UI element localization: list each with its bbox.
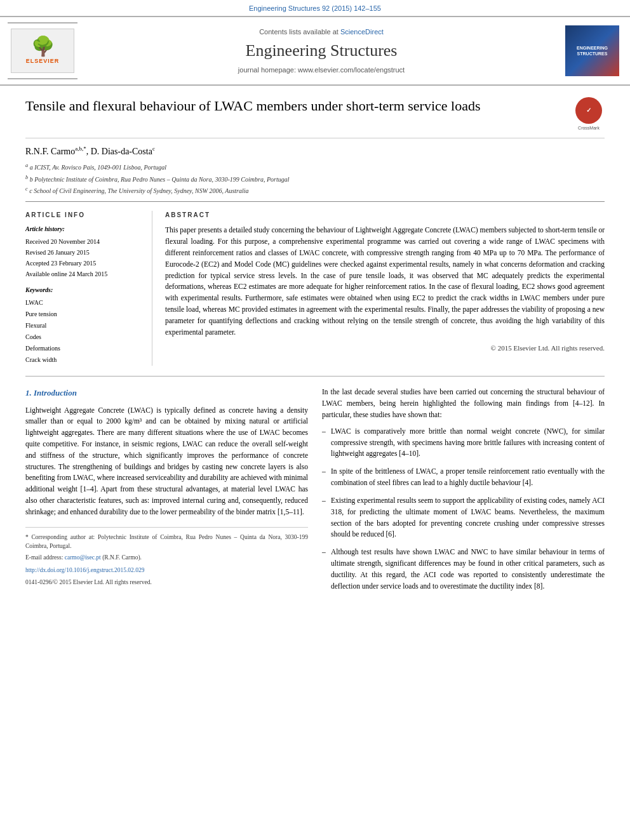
science-direct-link[interactable]: ScienceDirect — [340, 28, 384, 36]
affiliation-a: a a ICIST, Av. Rovisco Pais, 1049-001 Li… — [25, 161, 605, 173]
copyright-line: © 2015 Elsevier Ltd. All rights reserved… — [165, 343, 605, 353]
article-info-column: ARTICLE INFO Article history: Received 2… — [25, 211, 152, 366]
available-date: Available online 24 March 2015 — [25, 269, 142, 279]
section1-heading: 1. Introduction — [25, 387, 308, 399]
article-dates: Received 20 November 2014 Revised 26 Jan… — [25, 236, 142, 279]
crossmark-container: ✓ CrossMark — [573, 97, 605, 131]
affiliation-b: b b Polytechnic Institute of Coimbra, Ru… — [25, 173, 605, 185]
journal-title: Engineering Structures — [84, 39, 559, 62]
finding-4: Although test results have shown LWAC an… — [322, 547, 605, 592]
journal-logo-right: ENGINEERING STRUCTURES — [565, 25, 622, 76]
keyword-5: Deformations — [25, 343, 142, 354]
finding-3: Existing experimental results seem to su… — [322, 495, 605, 540]
article-info-heading: ARTICLE INFO — [25, 211, 142, 220]
section1-paragraph1: Lightweight Aggregate Concrete (LWAC) is… — [25, 405, 308, 518]
keywords-list: LWAC Pure tension Flexural Codes Deforma… — [25, 297, 142, 366]
footnote-section: * Corresponding author at: Polytechnic I… — [25, 527, 308, 587]
keywords-label: Keywords: — [25, 286, 142, 295]
journal-header: 🌳 ELSEVIER Contents lists available at S… — [0, 16, 630, 86]
paper-title: Tensile and flexural behaviour of LWAC m… — [25, 97, 573, 116]
eng-struct-logo-text: ENGINEERING STRUCTURES — [568, 45, 617, 58]
affiliation-c: c c School of Civil Engineering, The Uni… — [25, 185, 605, 196]
doi-link[interactable]: http://dx.doi.org/10.1016/j.engstruct.20… — [25, 567, 144, 573]
finding-2: In spite of the brittleness of LWAC, a p… — [322, 466, 605, 489]
section-divider — [25, 376, 605, 377]
authors-line: R.N.F. Carmoa,b,*, D. Dias-da-Costac — [25, 145, 605, 157]
email-name-note: (R.N.F. Carmo). — [102, 554, 142, 561]
author1-sup: a,b,* — [75, 145, 86, 152]
article-info-abstract-section: ARTICLE INFO Article history: Received 2… — [25, 201, 605, 366]
journal-reference: Engineering Structures 92 (2015) 142–155 — [0, 0, 630, 16]
body-left-column: 1. Introduction Lightweight Aggregate Co… — [25, 387, 308, 598]
authors-section: R.N.F. Carmoa,b,*, D. Dias-da-Costac a a… — [25, 138, 605, 201]
author2-name: , D. Dias-da-Costa — [86, 147, 152, 156]
journal-ref-text: Engineering Structures 92 (2015) 142–155 — [249, 4, 381, 12]
abstract-text: This paper presents a detailed study con… — [165, 225, 605, 338]
revised-date: Revised 26 January 2015 — [25, 247, 142, 258]
keyword-1: LWAC — [25, 297, 142, 309]
finding-1: LWAC is comparatively more brittle than … — [322, 426, 605, 460]
elsevier-logo-image: 🌳 ELSEVIER — [11, 29, 74, 73]
article-history-label: Article history: — [25, 225, 142, 234]
author2-sup: c — [152, 145, 155, 152]
homepage-text: journal homepage: www.elsevier.com/locat… — [238, 66, 405, 74]
email-label: E-mail address: — [25, 554, 63, 561]
abstract-column: ABSTRACT This paper presents a detailed … — [165, 211, 605, 366]
contents-available-text: Contents lists available at — [259, 28, 340, 36]
affiliation-b-text: b Polytechnic Institute of Coimbra, Rua … — [30, 176, 290, 183]
keyword-6: Crack width — [25, 354, 142, 366]
journal-homepage-line: journal homepage: www.elsevier.com/locat… — [84, 65, 559, 75]
received-date: Received 20 November 2014 — [25, 236, 142, 247]
findings-list: LWAC is comparatively more brittle than … — [322, 426, 605, 592]
journal-center-info: Contents lists available at ScienceDirec… — [84, 27, 559, 75]
elsevier-logo-container: 🌳 ELSEVIER — [8, 22, 77, 79]
body-two-columns: 1. Introduction Lightweight Aggregate Co… — [25, 387, 605, 598]
author1-name: R.N.F. Carmo — [25, 147, 75, 156]
corresponding-author-note: * Corresponding author at: Polytechnic I… — [25, 533, 308, 551]
crossmark-logo: ✓ — [575, 97, 602, 124]
doi-line: http://dx.doi.org/10.1016/j.engstruct.20… — [25, 566, 308, 575]
elsevier-tree-icon: 🌳 — [31, 37, 55, 56]
keyword-4: Codes — [25, 331, 142, 343]
paper-title-section: Tensile and flexural behaviour of LWAC m… — [25, 86, 605, 138]
accepted-date: Accepted 23 February 2015 — [25, 258, 142, 269]
affiliation-a-text: a ICIST, Av. Rovisco Pais, 1049-001 Lisb… — [30, 164, 166, 171]
affiliations: a a ICIST, Av. Rovisco Pais, 1049-001 Li… — [25, 161, 605, 196]
email-line: E-mail address: carmo@isec.pt (R.N.F. Ca… — [25, 553, 308, 562]
email-link[interactable]: carmo@isec.pt — [65, 554, 101, 561]
issn-line: 0141-0296/© 2015 Elsevier Ltd. All right… — [25, 578, 308, 587]
section1-right-intro: In the last decade several studies have … — [322, 387, 605, 420]
keyword-3: Flexural — [25, 320, 142, 331]
crossmark-label: CrossMark — [578, 125, 600, 131]
keyword-2: Pure tension — [25, 309, 142, 320]
engineering-structures-logo: ENGINEERING STRUCTURES — [565, 25, 619, 76]
paper-container: Tensile and flexural behaviour of LWAC m… — [0, 86, 630, 611]
elsevier-brand-name: ELSEVIER — [26, 57, 60, 65]
abstract-heading: ABSTRACT — [165, 211, 605, 220]
body-right-column: In the last decade several studies have … — [322, 387, 605, 598]
science-direct-line: Contents lists available at ScienceDirec… — [84, 27, 559, 37]
affiliation-c-text: c School of Civil Engineering, The Unive… — [29, 187, 248, 194]
